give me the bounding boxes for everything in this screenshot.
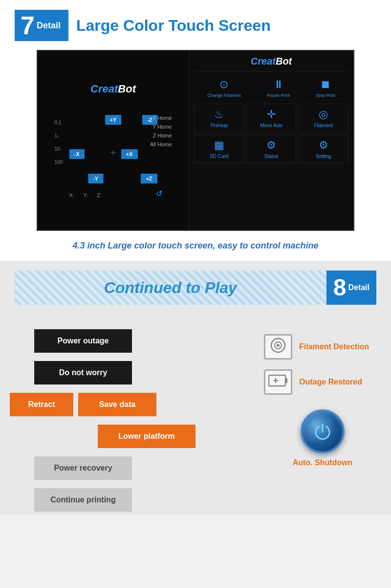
refresh-button[interactable]: ↺ xyxy=(156,189,162,198)
flow-continue-printing: Continue printing xyxy=(34,488,132,512)
status-icon: ⚙ xyxy=(266,139,276,152)
features-panel: Filament Detection Outage Restored xyxy=(264,329,381,496)
flow-lower-platform: Lower platform xyxy=(98,425,196,448)
outage-restored-feature: Outage Restored xyxy=(264,369,381,395)
detail7-word: Detail xyxy=(37,21,61,31)
outage-restored-icon xyxy=(268,373,288,392)
stop-print-icon: ⏹ xyxy=(320,78,331,91)
detail7-header: 7 Detail Large Color Touch Screen xyxy=(15,10,376,41)
svg-point-2 xyxy=(277,344,280,347)
ts-right-panel: CreatBot ⊙ Change Filament ⏸ Pause Print… xyxy=(189,51,353,230)
detail7-badge: 7 Detail xyxy=(15,10,68,41)
power-button-icon xyxy=(312,421,333,442)
filament-detection-label: Filament Detection xyxy=(299,342,369,351)
flow-power-outage: Power outage xyxy=(34,329,132,353)
flow-diagram: Power outage Do not worry Retract Save d… xyxy=(10,329,254,496)
ts-left-panel: CreatBot 0.1 1- 10- 100 +Y -Z -X +X -Y +… xyxy=(38,51,189,230)
x-home-button[interactable]: X Home xyxy=(150,115,172,121)
filament-menu[interactable]: ◎ Filament xyxy=(298,104,348,133)
axis-buttons[interactable]: +Y -Z -X +X -Y +Z xyxy=(69,115,157,193)
nx-button[interactable]: -X xyxy=(69,149,85,159)
all-home-button[interactable]: All Home xyxy=(150,141,172,147)
power-button xyxy=(301,409,345,453)
svg-rect-4 xyxy=(285,378,287,383)
status-menu[interactable]: ⚙ Status xyxy=(246,135,297,163)
flow-save-data: Save data xyxy=(78,393,156,416)
pz-button[interactable]: +Z xyxy=(141,174,157,183)
detail7-number: 7 xyxy=(21,13,35,38)
top-actions: ⊙ Change Filament ⏸ Pause Print ⏹ Stop P… xyxy=(194,78,348,98)
px-button[interactable]: +X xyxy=(121,149,138,159)
sdcard-menu[interactable]: ▦ SD Card xyxy=(194,135,244,163)
flow-power-recovery: Power recovery xyxy=(34,456,132,480)
touchscreen-image: CreatBot 0.1 1- 10- 100 +Y -Z -X +X -Y +… xyxy=(37,50,354,231)
axis-control: 0.1 1- 10- 100 +Y -Z -X +X -Y +Z X Home … xyxy=(55,110,172,198)
flow-retract: Retract xyxy=(10,393,73,416)
move-axis-label: Move Axis xyxy=(260,123,282,128)
pause-print-icon: ⏸ xyxy=(273,78,284,91)
preheat-menu[interactable]: ♨ Preheat xyxy=(194,104,244,133)
outage-restored-icon-box xyxy=(264,369,292,395)
setting-icon: ⚙ xyxy=(319,139,328,152)
ts-left-logo: CreatBot xyxy=(90,83,136,95)
setting-label: Setting xyxy=(316,154,331,159)
detail7-title: Large Color Touch Screen xyxy=(76,17,271,35)
setting-menu[interactable]: ⚙ Setting xyxy=(298,135,348,163)
stop-print-label: Stop Print xyxy=(316,93,336,98)
filament-label: Filament xyxy=(314,123,332,128)
continued-text: Continued to Play xyxy=(104,279,237,297)
py-button[interactable]: +Y xyxy=(105,115,122,125)
filament-detection-icon xyxy=(269,337,287,358)
z-home-button[interactable]: Z Home xyxy=(150,133,172,138)
y-home-button[interactable]: Y Home xyxy=(150,124,172,130)
flow-do-not-worry: Do not worry xyxy=(34,361,132,384)
preheat-label: Preheat xyxy=(211,123,228,128)
pause-print-action[interactable]: ⏸ Pause Print xyxy=(267,78,290,98)
sdcard-label: SD Card xyxy=(210,154,228,159)
detail8-badge: 8 Detail xyxy=(326,271,376,305)
change-filament-label: Change Filament xyxy=(207,93,241,98)
ts-right-logo: CreatBot xyxy=(194,56,348,71)
section-detail7: 7 Detail Large Color Touch Screen CreatB… xyxy=(0,0,391,261)
pause-print-label: Pause Print xyxy=(267,93,290,98)
continued-banner: Continued to Play xyxy=(15,271,326,305)
auto-shutdown-feature: Auto. Shutdown xyxy=(264,409,381,467)
change-filament-action[interactable]: ⊙ Change Filament xyxy=(207,78,241,98)
ny-button[interactable]: -Y xyxy=(88,174,103,183)
sdcard-icon: ▦ xyxy=(214,139,224,152)
status-label: Status xyxy=(264,154,278,159)
detail8-number: 8 xyxy=(333,276,347,299)
filament-detection-feature: Filament Detection xyxy=(264,334,381,360)
home-buttons: X Home Y Home Z Home All Home xyxy=(150,115,172,147)
change-filament-icon: ⊙ xyxy=(219,78,228,91)
continued-section: Continued to Play 8 Detail xyxy=(0,261,391,315)
subtitle-text: 4.3 inch Large color touch screen, easy … xyxy=(15,241,376,251)
axis-scale: 0.1 1- 10- 100 xyxy=(55,120,63,165)
filament-detection-icon-box xyxy=(264,334,292,360)
filament-icon: ◎ xyxy=(319,108,328,121)
auto-shutdown-label: Auto. Shutdown xyxy=(293,458,353,467)
move-axis-icon: ✛ xyxy=(267,108,276,121)
detail8-word: Detail xyxy=(348,283,369,292)
stop-print-action[interactable]: ⏹ Stop Print xyxy=(316,78,336,98)
xyz-display: X: Y: Z: xyxy=(69,192,102,198)
axis-cross xyxy=(110,147,116,158)
move-axis-menu[interactable]: ✛ Move Axis xyxy=(246,104,297,133)
preheat-icon: ♨ xyxy=(214,108,224,121)
menu-grid: ♨ Preheat ✛ Move Axis ◎ Filament ▦ SD Ca… xyxy=(194,104,348,163)
outage-restored-label: Outage Restored xyxy=(299,378,362,386)
diagram-section: Power outage Do not worry Retract Save d… xyxy=(0,315,391,515)
